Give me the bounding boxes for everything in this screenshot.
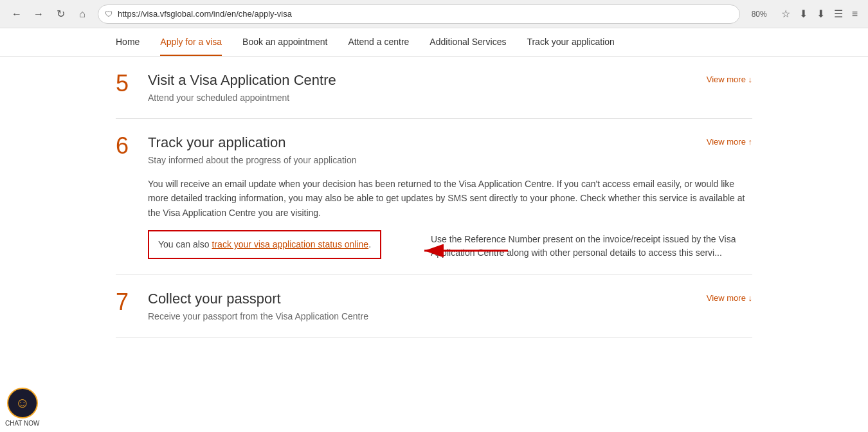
- back-button[interactable]: ←: [8, 5, 26, 23]
- section-6: 6 Track your application Stay informed a…: [116, 119, 752, 275]
- reload-button[interactable]: ↻: [51, 5, 69, 23]
- section-5-header: 5 Visit a Visa Application Centre Attend…: [116, 72, 752, 103]
- nav-additional-services[interactable]: Additional Services: [429, 29, 506, 56]
- browser-nav-buttons: ← → ↻ ⌂: [8, 5, 91, 23]
- nav-apply-visa[interactable]: Apply for a visa: [160, 29, 222, 56]
- chat-label: CHAT NOW: [5, 420, 40, 427]
- address-bar[interactable]: 🛡 https://visa.vfsglobal.com/ind/en/che/…: [98, 4, 740, 24]
- section-7-left: 7 Collect your passport Receive your pas…: [116, 291, 368, 321]
- section-5-title: Visit a Visa Application Centre: [148, 72, 336, 89]
- highlight-text-before: You can also: [158, 239, 212, 249]
- section-6-header: 6 Track your application Stay informed a…: [116, 134, 752, 165]
- section-6-body: You will receive an email update when yo…: [148, 177, 752, 259]
- pocket-icon[interactable]: ⬇: [797, 5, 810, 22]
- track-status-link[interactable]: track your visa application status onlin…: [212, 239, 369, 249]
- section-5-title-group: Visit a Visa Application Centre Attend y…: [148, 72, 336, 103]
- nav-track-application[interactable]: Track your application: [527, 29, 614, 56]
- section-5-subtitle: Attend your scheduled appointment: [148, 93, 336, 103]
- section-5: 5 Visit a Visa Application Centre Attend…: [116, 57, 752, 119]
- section-5-number: 5: [116, 72, 135, 95]
- highlight-text-after: .: [368, 239, 371, 249]
- section-6-body-text1: You will receive an email update when yo…: [148, 177, 752, 220]
- main-nav: Home Apply for a visa Book an appointmen…: [0, 28, 868, 57]
- browser-actions: ☆ ⬇ ⬇ ☰ ≡: [779, 5, 860, 22]
- chat-icon: ☺: [7, 388, 38, 419]
- section-7-subtitle: Receive your passport from the Visa Appl…: [148, 311, 368, 321]
- section-5-left: 5 Visit a Visa Application Centre Attend…: [116, 72, 336, 103]
- section-7: 7 Collect your passport Receive your pas…: [116, 275, 752, 338]
- section-7-view-more[interactable]: View more ↓: [707, 293, 752, 303]
- chat-widget[interactable]: ☺ CHAT NOW: [0, 382, 45, 432]
- red-arrow: [405, 231, 534, 272]
- section-6-title: Track your application: [148, 134, 357, 151]
- home-button[interactable]: ⌂: [73, 5, 91, 23]
- highlight-box-wrapper: You can also track your visa application…: [148, 230, 752, 259]
- bookmark-icon[interactable]: ☆: [779, 5, 793, 22]
- nav-book-appointment[interactable]: Book an appointment: [242, 29, 327, 56]
- history-icon[interactable]: ☰: [831, 5, 845, 22]
- section-7-header: 7 Collect your passport Receive your pas…: [116, 291, 752, 321]
- browser-chrome: ← → ↻ ⌂ 🛡 https://visa.vfsglobal.com/ind…: [0, 0, 868, 28]
- nav-home[interactable]: Home: [116, 29, 140, 56]
- url-text: https://visa.vfsglobal.com/ind/en/che/ap…: [118, 9, 292, 19]
- zoom-level: 80%: [752, 10, 767, 19]
- shield-icon: 🛡: [105, 10, 113, 19]
- menu-icon[interactable]: ≡: [849, 6, 860, 22]
- section-7-title: Collect your passport: [148, 291, 368, 307]
- section-7-title-group: Collect your passport Receive your passp…: [148, 291, 368, 321]
- nav-attend-centre[interactable]: Attend a centre: [348, 29, 409, 56]
- main-content: 5 Visit a Visa Application Centre Attend…: [0, 57, 868, 338]
- section-6-title-group: Track your application Stay informed abo…: [148, 134, 357, 165]
- section-6-subtitle: Stay informed about the progress of your…: [148, 155, 357, 165]
- section-7-number: 7: [116, 291, 135, 314]
- section-6-view-more[interactable]: View more ↑: [707, 137, 752, 147]
- forward-button[interactable]: →: [30, 5, 48, 23]
- section-6-number: 6: [116, 134, 135, 158]
- section-5-view-more[interactable]: View more ↓: [707, 75, 752, 84]
- section-6-left: 6 Track your application Stay informed a…: [116, 134, 357, 165]
- download-icon[interactable]: ⬇: [814, 5, 827, 22]
- highlight-box: You can also track your visa application…: [148, 230, 381, 259]
- chat-icon-symbol: ☺: [15, 395, 30, 411]
